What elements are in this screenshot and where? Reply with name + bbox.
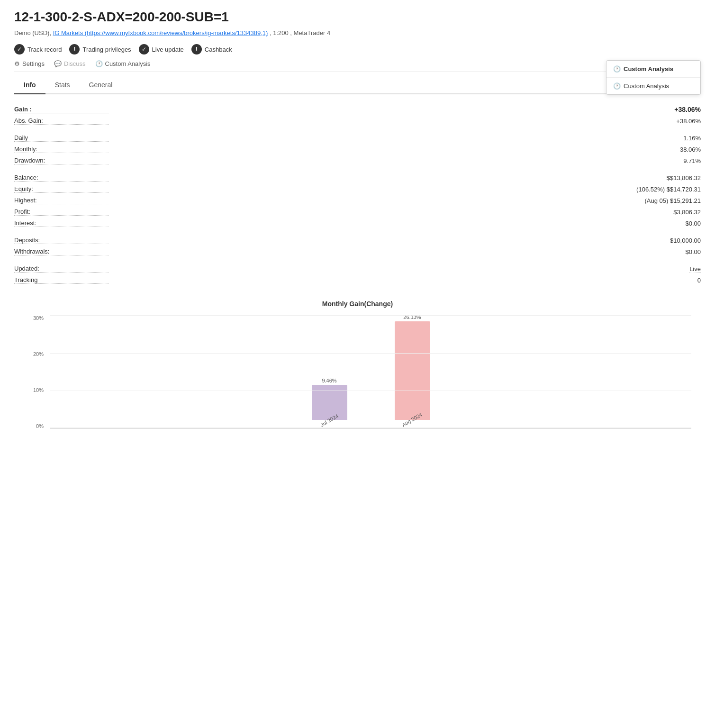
updated-label: Updated: [14, 265, 109, 273]
monthly-value: 38.06% [680, 146, 701, 153]
subtitle: Demo (USD), IG Markets (https://www.myfx… [14, 29, 701, 36]
info-values-col: +38.06% +38.06% 1.16% 38.06% 9.71% $$13,… [358, 104, 701, 286]
subtitle-suffix: , 1:200 , MetaTrader 4 [270, 29, 330, 36]
tabs-row: Info Stats General [14, 76, 701, 94]
tracking-label: Tracking [14, 276, 109, 284]
balance-value: $$13,806.32 [667, 174, 701, 182]
check-icon-2: ✓ [139, 44, 149, 55]
gain-value: +38.06% [674, 106, 701, 113]
deposits-row: Deposits: [14, 235, 348, 246]
discuss-button[interactable]: 💬 Discuss [54, 60, 86, 67]
tab-general[interactable]: General [80, 76, 122, 94]
daily-row: Daily [14, 132, 348, 144]
clock-icon: 🕐 [95, 60, 103, 67]
badge-cashback: ! Cashback [191, 44, 232, 55]
warn-icon-2: ! [191, 44, 202, 55]
monthly-row: Monthly: [14, 144, 348, 155]
page-title: 12-1-300-2-S-ADX=200-200-SUB=1 [14, 9, 701, 25]
withdrawals-label: Withdrawals: [14, 248, 109, 255]
equity-value: (106.52%) $$14,720.31 [636, 186, 701, 193]
ca-item-clock-icon: 🕐 [613, 82, 621, 90]
custom-analysis-button[interactable]: 🕐 Custom Analysis [95, 60, 151, 67]
drawdown-value: 9.71% [683, 157, 701, 164]
info-labels-col: Gain : Abs. Gain: Daily Monthly: Drawdow… [14, 104, 358, 286]
badge-cashback-label: Cashback [205, 46, 232, 53]
settings-label: Settings [22, 60, 45, 67]
bar-label-aug-value: 26.13% [403, 314, 421, 320]
drawdown-label: Drawdown: [14, 157, 109, 164]
badges-row: ✓ Track record ! Trading privileges ✓ Li… [14, 44, 701, 55]
updated-value: Live [689, 265, 701, 273]
abs-gain-row: Abs. Gain: [14, 115, 348, 127]
y-label-20: 20% [33, 351, 44, 357]
profit-value: $3,806.32 [673, 209, 701, 216]
tab-info[interactable]: Info [14, 76, 45, 94]
highest-row: Highest: [14, 195, 348, 206]
balance-row: Balance: [14, 172, 348, 183]
updated-row: Updated: [14, 263, 348, 274]
profit-row: Profit: [14, 206, 348, 218]
deposits-value: $10,000.00 [670, 237, 701, 244]
bar-jul [312, 385, 347, 420]
badge-track-record: ✓ Track record [14, 44, 62, 55]
badge-live-update: ✓ Live update [139, 44, 184, 55]
highest-label: Highest: [14, 197, 109, 204]
daily-value: 1.16% [683, 135, 701, 142]
tracking-value: 0 [697, 277, 701, 284]
tab-stats[interactable]: Stats [45, 76, 80, 94]
y-axis: 30% 20% 10% 0% [24, 315, 47, 429]
broker-link[interactable]: IG Markets (https://www.myfxbook.com/rev… [53, 29, 268, 36]
badge-live-update-label: Live update [152, 46, 184, 53]
toolbar-row: ⚙ Settings 💬 Discuss 🕐 Custom Analysis 🕐… [14, 60, 701, 72]
drawdown-row: Drawdown: [14, 155, 348, 166]
abs-gain-label: Abs. Gain: [14, 117, 109, 125]
info-panel: Gain : Abs. Gain: Daily Monthly: Drawdow… [14, 104, 701, 286]
bar-label-jul-value: 9.46% [322, 378, 336, 383]
withdrawals-row: Withdrawals: [14, 246, 348, 257]
equity-label: Equity: [14, 185, 109, 193]
chart-section: Monthly Gain(Change) 30% 20% 10% 0% 9.46… [14, 300, 701, 429]
bar-group-jul: 9.46% Jul 2024 [312, 378, 347, 428]
custom-analysis-dropdown: 🕐 Custom Analysis 🕐 Custom Analysis [606, 60, 701, 95]
interest-label: Interest: [14, 219, 109, 227]
badge-track-record-label: Track record [27, 46, 62, 53]
comment-icon: 💬 [54, 60, 62, 67]
bars-container: 9.46% Jul 2024 26.13% Aug 2024 [50, 315, 691, 428]
badge-trading-privileges-label: Trading privileges [82, 46, 131, 53]
custom-analysis-label: Custom Analysis [105, 60, 151, 67]
gear-icon: ⚙ [14, 60, 20, 67]
interest-value: $0.00 [685, 220, 701, 227]
equity-row: Equity: [14, 183, 348, 195]
discuss-label: Discuss [64, 60, 86, 67]
monthly-label: Monthly: [14, 146, 109, 153]
warn-icon: ! [69, 44, 80, 55]
y-label-10: 10% [33, 387, 44, 393]
settings-button[interactable]: ⚙ Settings [14, 60, 45, 67]
ca-dropdown-header: 🕐 Custom Analysis [606, 61, 700, 78]
chart-area: 9.46% Jul 2024 26.13% Aug 2024 [50, 315, 691, 429]
chart-title: Monthly Gain(Change) [14, 300, 701, 308]
deposits-label: Deposits: [14, 237, 109, 244]
highest-value: (Aug 05) $15,291.21 [644, 197, 701, 204]
tracking-row: Tracking [14, 274, 348, 286]
bar-group-aug: 26.13% Aug 2024 [395, 314, 430, 428]
check-icon: ✓ [14, 44, 25, 55]
abs-gain-value: +38.06% [676, 118, 701, 125]
interest-row: Interest: [14, 218, 348, 229]
balance-label: Balance: [14, 174, 109, 182]
subtitle-prefix: Demo (USD), [14, 29, 53, 36]
ca-submenu-item[interactable]: 🕐 Custom Analysis [606, 78, 700, 94]
gain-label: Gain : [14, 106, 109, 113]
y-label-30: 30% [33, 315, 44, 321]
ca-clock-icon: 🕐 [613, 65, 621, 73]
daily-label: Daily [14, 134, 109, 142]
ca-item-label: Custom Analysis [624, 82, 669, 90]
badge-trading-privileges: ! Trading privileges [69, 44, 131, 55]
withdrawals-value: $0.00 [685, 248, 701, 255]
bar-aug [395, 321, 430, 420]
y-label-0: 0% [36, 423, 44, 429]
profit-label: Profit: [14, 208, 109, 216]
gain-row: Gain : [14, 104, 348, 115]
ca-header-label: Custom Analysis [624, 65, 673, 73]
